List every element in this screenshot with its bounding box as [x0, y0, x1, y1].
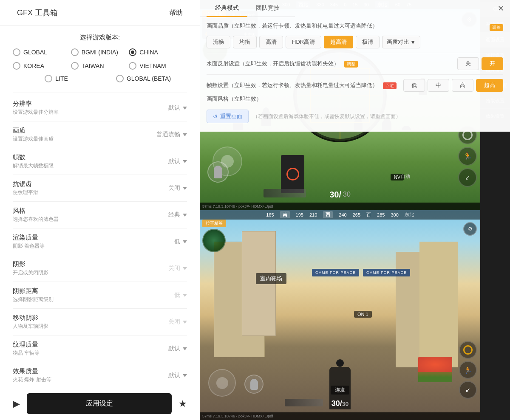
- weapon-display-top: [264, 189, 306, 197]
- settings-list: 分辨率 设置游戏最佳分辨率 默认 画质 设置游戏最佳画质 普通流畅 帧数 解: [0, 95, 200, 387]
- settings-btn-bottom[interactable]: ⚙: [463, 222, 477, 236]
- setting-quality: 画质 设置游戏最佳画质 普通流畅: [13, 121, 187, 148]
- setting-shadow-dist-value: 低: [174, 291, 180, 299]
- app-title: GFX 工具箱: [17, 8, 58, 18]
- chevron-resolution: [183, 107, 187, 110]
- water-toggle-on[interactable]: 开: [482, 57, 503, 70]
- radio-lite: [45, 75, 52, 82]
- setting-style-name: 风格: [13, 207, 59, 215]
- setting-resolution: 分辨率 设置游戏最佳分辨率 默认: [13, 95, 187, 121]
- version-taiwan[interactable]: TAIWAN: [71, 61, 129, 70]
- radio-global-beta: [116, 75, 124, 82]
- tab-team[interactable]: 团队竞技: [247, 0, 288, 17]
- version-global[interactable]: GLOBAL: [13, 48, 71, 57]
- game-peace-sign-1: GAME FOR PEACE: [312, 269, 359, 276]
- quality-btn-hdr[interactable]: HDR高清: [286, 36, 321, 48]
- setting-moving-shadow: 移动阴影 人物及车辆阴影 关闭: [13, 309, 187, 335]
- setting-style-desc: 选择您喜欢的滤色器: [13, 216, 59, 223]
- version-bgmi-label: BGMI (INDIA): [82, 49, 118, 56]
- help-link[interactable]: 帮助: [169, 8, 183, 17]
- send-icon[interactable]: ▶: [13, 398, 20, 409]
- setting-moving-shadow-desc: 人物及车辆阴影: [13, 323, 48, 330]
- fps-btn-low[interactable]: 低: [403, 79, 425, 92]
- joystick-bottom[interactable]: [208, 369, 236, 397]
- setting-shadow-name: 阴影: [13, 260, 48, 268]
- right-actions-bottom-top: 🏃 ↙: [458, 126, 477, 187]
- setting-antialias-desc: 使纹理平滑: [13, 189, 38, 196]
- setting-quality-value: 普通流畅: [156, 131, 180, 138]
- indoor-range-label: 室内靶场: [256, 273, 286, 284]
- overlay-tabs: 经典模式 团队竞技: [200, 0, 295, 17]
- right-actions-bottom-screen: ⚙: [463, 222, 477, 236]
- reset-screen-button[interactable]: ↺ 重置画面: [207, 110, 249, 123]
- version-grid-2: LITE GLOBAL (BETA): [13, 74, 187, 83]
- ammo-top: 30/ 30: [329, 190, 351, 200]
- version-vietnam[interactable]: VIETNAM: [129, 61, 187, 70]
- apply-button[interactable]: 应用设定: [27, 393, 172, 414]
- version-grid: GLOBAL BGMI (INDIA) CHINA KOREA TAIWAN V…: [13, 48, 187, 70]
- radio-china: [129, 48, 136, 56]
- quality-badge: 调整: [490, 24, 503, 31]
- version-lite[interactable]: LITE: [13, 74, 100, 83]
- fps-btn-ultra[interactable]: 超高: [476, 79, 503, 92]
- setting-texture: 纹理质量 物品 车辆等 默认: [13, 335, 187, 362]
- minimap-bottom: [202, 229, 226, 252]
- action-btn-2[interactable]: 🏃: [458, 147, 477, 166]
- version-korea[interactable]: KOREA: [13, 61, 71, 70]
- setting-render-desc: 阴影 着色器等: [13, 242, 45, 250]
- version-bgmi[interactable]: BGMI (INDIA): [71, 48, 129, 57]
- water-badge: 调整: [344, 61, 358, 68]
- quality-btn-balance[interactable]: 均衡: [233, 36, 257, 48]
- star-icon[interactable]: ★: [178, 398, 187, 409]
- overlay-panel: 经典模式 团队竞技 ✕ 画面品质（立即生效，若运行卡顿、发热量和耗电量过大可适当…: [200, 0, 510, 132]
- section-divider-2: [207, 74, 503, 75]
- setting-fps: 帧数 解锁最大帧数极限 默认: [13, 148, 187, 175]
- chevron-fps: [183, 160, 187, 163]
- weapon-display-bottom: [285, 399, 323, 406]
- version-title: 选择游戏版本:: [13, 34, 187, 42]
- setting-texture-desc: 物品 车辆等: [13, 350, 40, 357]
- fps-btn-high[interactable]: 高: [452, 79, 473, 92]
- setting-render-name: 渲染质量: [13, 234, 45, 242]
- water-toggle-off[interactable]: 关: [457, 57, 479, 70]
- game-label-tag-bottom: 拉平精英: [202, 220, 226, 227]
- fire-mode-label: 连发: [331, 386, 349, 395]
- version-lite-label: LITE: [55, 75, 68, 82]
- setting-fps-desc: 解锁最大帧数极限: [13, 162, 54, 169]
- grenade-icon[interactable]: [207, 161, 229, 183]
- version-korea-label: KOREA: [23, 62, 44, 69]
- quality-btn-extreme[interactable]: 极清: [356, 36, 380, 48]
- setting-effect-quality-value: 默认: [168, 372, 180, 379]
- setting-fps-value: 默认: [168, 158, 180, 165]
- quality-btn-compare[interactable]: 画质对比 ▼: [382, 36, 420, 48]
- run-btn[interactable]: 🏃: [459, 361, 477, 379]
- quality-btn-ultrahd[interactable]: 超高清: [324, 36, 353, 48]
- version-china[interactable]: CHINA: [129, 48, 187, 57]
- fps-btn-mid[interactable]: 中: [428, 79, 449, 92]
- fps-badge: 回避: [383, 82, 397, 89]
- setting-shadow-dist-name: 阴影距离: [13, 287, 54, 295]
- setting-resolution-value: 默认: [168, 104, 180, 112]
- shoot-btns-bottom: 🏃 ↙: [459, 341, 477, 399]
- chevron-moving-shadow: [183, 321, 187, 324]
- grenade-bottom[interactable]: [244, 375, 264, 394]
- tab-classic[interactable]: 经典模式: [207, 0, 247, 17]
- setting-fps-name: 帧数: [13, 153, 54, 161]
- close-overlay-button[interactable]: ✕: [492, 0, 510, 17]
- quality-btn-smooth[interactable]: 流畅: [207, 36, 230, 48]
- quality-section-label: 画面品质（立即生效，若运行卡顿、发热量和耗电量过大可适当降低）: [207, 22, 378, 30]
- setting-texture-value: 默认: [168, 345, 180, 352]
- setting-render: 渲染质量 阴影 着色器等 低: [13, 228, 187, 255]
- setting-effect-quality-name: 效果质量: [13, 367, 51, 375]
- score-badge: ON 1: [354, 311, 372, 318]
- quality-header-row: 画面品质（立即生效，若运行卡顿、发热量和耗电量过大可适当降低） 调整: [207, 22, 503, 33]
- scope-btn[interactable]: [459, 341, 477, 359]
- version-global-beta[interactable]: GLOBAL (BETA): [100, 74, 187, 83]
- setting-shadow-distance: 阴影距离 选择阴影距离级别 低: [13, 282, 187, 309]
- prone-btn[interactable]: ↙: [459, 381, 477, 399]
- setting-moving-shadow-value: 关闭: [168, 318, 180, 326]
- quality-btn-hd[interactable]: 高清: [259, 36, 283, 48]
- setting-shadow-value: 关闭: [168, 265, 180, 272]
- action-btn-3[interactable]: ↙: [458, 168, 477, 187]
- setting-shadow-dist-desc: 选择阴影距离级别: [13, 296, 54, 303]
